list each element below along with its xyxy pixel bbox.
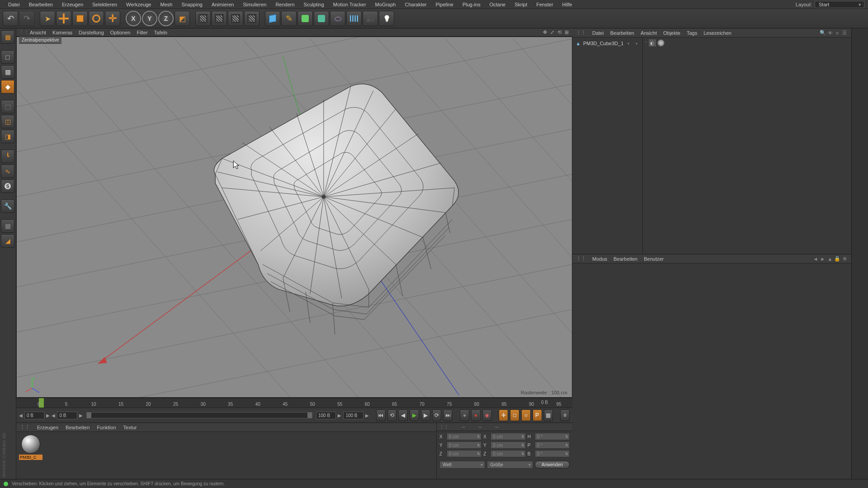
primitive-button[interactable] xyxy=(265,11,280,26)
undo-button[interactable]: ↶ xyxy=(3,11,18,26)
z-axis-lock-button[interactable]: Z xyxy=(158,11,174,26)
apply-button[interactable]: Anwenden xyxy=(535,461,570,469)
visibility-editor-icon[interactable]: ▪ xyxy=(625,40,632,47)
array-button[interactable] xyxy=(314,11,329,26)
autokey-button[interactable]: ● xyxy=(471,409,481,421)
menu-erzeugen[interactable]: Erzeugen xyxy=(57,0,88,9)
x-axis-lock-button[interactable]: X xyxy=(126,11,141,26)
coord-pos-field[interactable]: 0 cm xyxy=(447,433,481,440)
snap-button[interactable]: S xyxy=(1,179,14,193)
start-frame-field[interactable]: 0 B xyxy=(24,412,44,419)
workplane-button[interactable]: ◆ xyxy=(1,80,14,94)
soft-select-button[interactable]: ∿ xyxy=(1,164,14,178)
material-name-label[interactable]: PM3D_C xyxy=(19,455,42,460)
coord-size-field[interactable]: 0 cm xyxy=(491,433,525,440)
axis-toggle-button[interactable]: ┖ xyxy=(1,150,14,163)
mat-menu-erzeugen[interactable]: Erzeugen xyxy=(37,425,58,430)
param-key-button[interactable]: P xyxy=(533,409,542,421)
coord-size-dropdown[interactable]: Größe xyxy=(487,461,533,469)
current-frame-field[interactable]: 0 B xyxy=(57,412,77,419)
viewport-3d[interactable]: Rasterweite : 100 cm y xyxy=(16,37,572,398)
om-flat-icon[interactable]: ☰ xyxy=(841,30,848,36)
menu-fenster[interactable]: Fenster xyxy=(532,0,557,9)
menu-simulieren[interactable]: Simulieren xyxy=(238,0,271,9)
object-name-label[interactable]: PM3D_Cube3D_1 xyxy=(583,41,623,46)
vp-pan-icon[interactable]: ✥ xyxy=(542,29,548,36)
om-menu-datei[interactable]: Datei xyxy=(592,30,604,36)
menu-motion-tracker[interactable]: Motion Tracker xyxy=(329,0,371,9)
redo-button[interactable]: ↷ xyxy=(19,11,34,26)
menu-selektieren[interactable]: Selektieren xyxy=(88,0,122,9)
play-button[interactable]: ▶ xyxy=(410,409,419,421)
menu-werkzeuge[interactable]: Werkzeuge xyxy=(122,0,156,9)
vp-menu-ansicht[interactable]: Ansicht xyxy=(30,30,46,35)
om-search-icon[interactable]: 🔍 xyxy=(820,30,826,36)
timeline-ruler[interactable]: 051015202530354045505560657075808590950 … xyxy=(16,398,572,408)
coord-rot-field[interactable]: 0 ° xyxy=(535,441,570,449)
right-tab-strip[interactable] xyxy=(851,28,861,488)
menu-plugins[interactable]: Plug-ins xyxy=(458,0,485,9)
vp-menu-kameras[interactable]: Kameras xyxy=(52,30,72,35)
rotate-tool-button[interactable] xyxy=(89,11,104,26)
menu-hilfe[interactable]: Hilfe xyxy=(558,0,577,9)
om-menu-tags[interactable]: Tags xyxy=(687,30,697,36)
prev-frame-button[interactable]: ◀ xyxy=(398,409,408,421)
viewport-solo-button[interactable]: 🔧 xyxy=(1,199,14,213)
scale-tool-button[interactable] xyxy=(72,11,88,26)
render-view-button[interactable] xyxy=(195,11,211,26)
planar-workplane-button[interactable]: ◢ xyxy=(1,234,14,248)
rot-key-button[interactable]: ○ xyxy=(521,409,531,421)
scale-key-button[interactable]: □ xyxy=(510,409,519,421)
menu-sculpting[interactable]: Sculpting xyxy=(299,0,329,9)
keyframe-sel-button[interactable]: ◉ xyxy=(482,409,492,421)
spline-button[interactable] xyxy=(281,11,297,26)
om-menu-objekte[interactable]: Objekte xyxy=(663,30,680,36)
visibility-render-icon[interactable]: ▪ xyxy=(633,40,640,47)
camera-button[interactable] xyxy=(363,11,378,26)
prev-key-button[interactable]: ⟲ xyxy=(387,409,397,421)
render-settings-button[interactable] xyxy=(244,11,259,26)
menu-datei[interactable]: Datei xyxy=(4,0,24,9)
om-menu-lesezeichen[interactable]: Lesezeichen xyxy=(703,30,731,36)
am-menu-modus[interactable]: Modus xyxy=(592,256,607,262)
make-editable-button[interactable]: ▦ xyxy=(1,30,14,44)
coord-rot-field[interactable]: 0 ° xyxy=(535,433,570,440)
range-left-field[interactable]: 100 B xyxy=(316,412,336,419)
om-menu-bearbeiten[interactable]: Bearbeiten xyxy=(610,30,634,36)
menu-pipeline[interactable]: Pipeline xyxy=(431,0,458,9)
object-tags-area[interactable]: ·· ◐ xyxy=(643,38,851,254)
model-mode-button[interactable]: ◻ xyxy=(1,50,14,64)
menu-mesh[interactable]: Mesh xyxy=(156,0,177,9)
timeline-range-slider[interactable] xyxy=(86,412,312,418)
phong-tag-icon[interactable]: ◐ xyxy=(649,39,656,47)
timeline-menu-button[interactable]: ≡ xyxy=(560,409,570,421)
texture-tag-icon[interactable] xyxy=(657,39,665,47)
coord-pos-field[interactable]: 0 cm xyxy=(447,441,481,449)
point-mode-button[interactable]: ⬚ xyxy=(1,100,14,113)
om-filter-icon[interactable]: ≡ xyxy=(834,30,840,36)
render-picture-button[interactable] xyxy=(228,11,243,26)
coord-system-dropdown[interactable]: Welt xyxy=(439,461,485,469)
goto-start-button[interactable]: ⏮ xyxy=(376,409,386,421)
object-row[interactable]: ▲ PM3D_Cube3D_1 ▪ ▪ xyxy=(574,39,641,47)
am-new-icon[interactable]: ⊕ xyxy=(841,256,848,262)
coord-rot-field[interactable]: 0 ° xyxy=(535,450,570,457)
locked-workplane-button[interactable]: ▦ xyxy=(1,219,14,233)
vp-menu-tafeln[interactable]: Tafeln xyxy=(154,30,167,35)
om-eye-icon[interactable]: 👁 xyxy=(827,30,833,36)
layout-dropdown[interactable]: Start xyxy=(815,1,864,8)
am-back-icon[interactable]: ◄ xyxy=(812,256,819,262)
mat-menu-funktion[interactable]: Funktion xyxy=(97,425,116,430)
mat-menu-bearbeiten[interactable]: Bearbeiten xyxy=(66,425,90,430)
vp-menu-darstellung[interactable]: Darstellung xyxy=(79,30,104,35)
deformer-button[interactable] xyxy=(330,11,345,26)
object-tree[interactable]: ▲ PM3D_Cube3D_1 ▪ ▪ xyxy=(572,38,643,254)
light-button[interactable] xyxy=(379,11,394,26)
coord-system-button[interactable]: ◩ xyxy=(175,11,190,26)
mat-menu-textur[interactable]: Textur xyxy=(123,425,137,430)
coord-pos-field[interactable]: 0 cm xyxy=(447,450,481,457)
menu-snapping[interactable]: Snapping xyxy=(177,0,207,9)
pos-key-button[interactable]: ✛ xyxy=(499,409,508,421)
last-tool-button[interactable]: ✛ xyxy=(105,11,120,26)
texture-mode-button[interactable]: ▩ xyxy=(1,65,14,79)
